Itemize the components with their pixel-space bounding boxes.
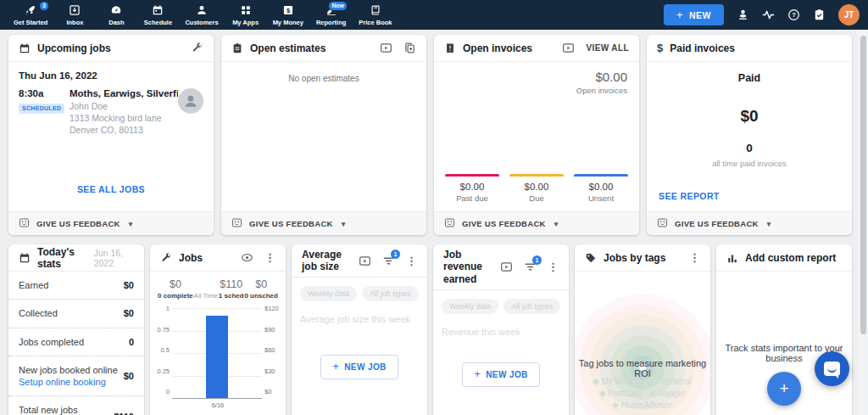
- vertical-scrollbar[interactable]: [858, 30, 868, 415]
- help-button[interactable]: ?: [787, 8, 800, 21]
- add-report-button[interactable]: +: [767, 372, 801, 406]
- job-value-bar[interactable]: [206, 316, 228, 398]
- avatar[interactable]: JT: [838, 4, 860, 25]
- gauge-icon: [110, 4, 122, 17]
- visibility-button[interactable]: [241, 251, 253, 264]
- metric-label: Due: [509, 193, 564, 203]
- more-options-button[interactable]: ⋮: [548, 261, 559, 273]
- feedback-face-icon: [231, 217, 242, 230]
- nav-item-customers[interactable]: Customers: [185, 4, 218, 26]
- open-invoices-card: Open invoices VIEW ALL $0.00 Open invoic…: [434, 35, 639, 235]
- feedback-bar[interactable]: GIVE US FEEDBACK ▾: [221, 211, 426, 235]
- pulse-icon: [762, 8, 775, 21]
- video-tutorial-button[interactable]: [359, 255, 371, 267]
- nav-item-label: Get Started: [14, 19, 47, 26]
- open-invoices-header: Open invoices VIEW ALL: [434, 35, 639, 62]
- plus-icon: +: [332, 362, 339, 371]
- stat-value: $0: [124, 308, 134, 318]
- paid-invoices-card: $ Paid invoices Paid $0 0 all time paid …: [647, 35, 852, 235]
- add-estimate-button[interactable]: [403, 42, 416, 54]
- add-custom-report-card: Add custom report Track stats important …: [716, 244, 852, 415]
- jobs-sched-label: 1 sched: [219, 292, 244, 300]
- dashboard-row-2: Today's stats Jun 16, 2022 Earned $0 Col…: [8, 244, 852, 415]
- video-tutorial-button[interactable]: [380, 42, 392, 54]
- new-job-button[interactable]: + NEW JOB: [462, 362, 539, 387]
- scrollbar-thumb[interactable]: [860, 36, 866, 334]
- nav-item-my-money[interactable]: $ My Money: [273, 4, 303, 26]
- wrench-icon: [160, 252, 172, 264]
- nav-item-label: Customers: [185, 19, 218, 26]
- job-list-item[interactable]: 8:30a SCHEDULED Moths, Earwigs, Silverfi…: [19, 88, 203, 137]
- new-button[interactable]: + NEW: [664, 4, 724, 25]
- jobs-complete-value: $0: [158, 278, 193, 290]
- open-estimates-card: Open estimates No open estimates GIVE US…: [221, 35, 426, 235]
- invoice-icon: [444, 42, 456, 54]
- stats-date: Jun 16, 2022: [94, 248, 134, 268]
- nav-item-schedule[interactable]: Schedule: [143, 4, 172, 26]
- activity-button[interactable]: [762, 8, 775, 21]
- more-options-button[interactable]: ⋮: [406, 255, 417, 267]
- see-report-link[interactable]: SEE REPORT: [659, 191, 720, 201]
- video-tutorial-button[interactable]: [562, 42, 575, 54]
- feedback-face-icon: [657, 217, 668, 230]
- nav-item-inbox[interactable]: Inbox: [60, 4, 89, 26]
- more-options-button[interactable]: ⋮: [689, 251, 700, 264]
- chip-all-job-types: All job types: [504, 299, 560, 314]
- tasks-button[interactable]: [813, 8, 826, 21]
- eye-icon: [241, 251, 253, 264]
- feedback-bar[interactable]: GIVE US FEEDBACK ▾: [8, 211, 214, 235]
- left-axis-ticks: 1 0.75 0.5 0.25 0: [155, 305, 172, 395]
- tag-icon: [612, 402, 619, 409]
- metric-value: $0.00: [445, 182, 499, 192]
- question-icon: ?: [787, 8, 800, 21]
- invoice-metric[interactable]: $0.00 Unsent: [574, 174, 628, 203]
- tag-icon: [593, 379, 599, 385]
- calendar-check-icon: [19, 252, 31, 264]
- nav-item-get-started[interactable]: 3 Get Started: [14, 4, 47, 26]
- invoice-metric[interactable]: $0.00 Due: [509, 174, 564, 203]
- card-title: Paid invoices: [670, 42, 735, 54]
- kebab-icon: ⋮: [548, 261, 559, 273]
- nav-item-my-apps[interactable]: My Apps: [231, 4, 260, 26]
- plus-icon: +: [676, 9, 683, 20]
- tools-icon: [191, 42, 203, 54]
- job-date: Thu Jun 16, 2022: [19, 70, 203, 81]
- axis-tick: 0.5: [155, 346, 170, 354]
- chip-weekly-data: Weekly data: [300, 286, 357, 301]
- chat-widget-button[interactable]: [815, 351, 849, 386]
- stat-value: $0: [124, 280, 134, 290]
- card-title: Job revenue earned: [443, 249, 493, 285]
- invoice-metric[interactable]: $0.00 Past due: [445, 174, 499, 203]
- open-invoices-body: $0.00 Open invoices $0.00 Past due $0.00…: [434, 62, 639, 211]
- nav-item-dash[interactable]: Dash: [102, 4, 131, 26]
- new-button-label: NEW: [689, 10, 711, 20]
- feedback-bar[interactable]: GIVE US FEEDBACK ▾: [647, 211, 852, 235]
- job-address-line2: Denver CO, 80113: [70, 124, 178, 136]
- chip-weekly-data: Weekly data: [442, 299, 498, 314]
- job-tools-button[interactable]: [191, 42, 203, 54]
- chevron-down-icon: ▾: [342, 220, 346, 228]
- video-tutorial-button[interactable]: [500, 261, 513, 273]
- feedback-bar[interactable]: GIVE US FEEDBACK ▾: [434, 211, 639, 235]
- jobs-stats-row: $0 0 complete All Time $110 1 sched $0 0…: [150, 272, 286, 300]
- nav-item-label: Inbox: [66, 19, 83, 26]
- open-invoices-total: $0.00: [446, 70, 627, 84]
- view-all-link[interactable]: VIEW ALL: [586, 43, 629, 53]
- paid-invoices-body: Paid $0 0 all time paid invoices SEE REP…: [647, 62, 852, 211]
- stat-value: $0: [124, 371, 134, 381]
- new-job-button[interactable]: + NEW JOB: [320, 355, 398, 379]
- chip-all-job-types: All job types: [362, 286, 419, 301]
- employee-map-button[interactable]: [737, 8, 749, 21]
- empty-state-text: No open estimates: [221, 74, 426, 83]
- nav-item-reporting[interactable]: New Reporting: [316, 4, 346, 26]
- jobs-unsched-value: $0: [244, 278, 278, 290]
- jobs-unsched-label: 0 unsched: [244, 292, 278, 300]
- see-all-jobs-link[interactable]: SEE ALL JOBS: [77, 184, 145, 194]
- stat-value: 0: [129, 337, 134, 347]
- more-options-button[interactable]: ⋮: [264, 251, 275, 264]
- stat-label: Jobs completed: [19, 336, 84, 348]
- kebab-icon: ⋮: [689, 251, 700, 264]
- nav-item-price-book[interactable]: Price Book: [359, 4, 392, 26]
- axis-tick: 0.25: [155, 367, 170, 375]
- setup-online-booking-link[interactable]: Setup online booking: [19, 377, 106, 387]
